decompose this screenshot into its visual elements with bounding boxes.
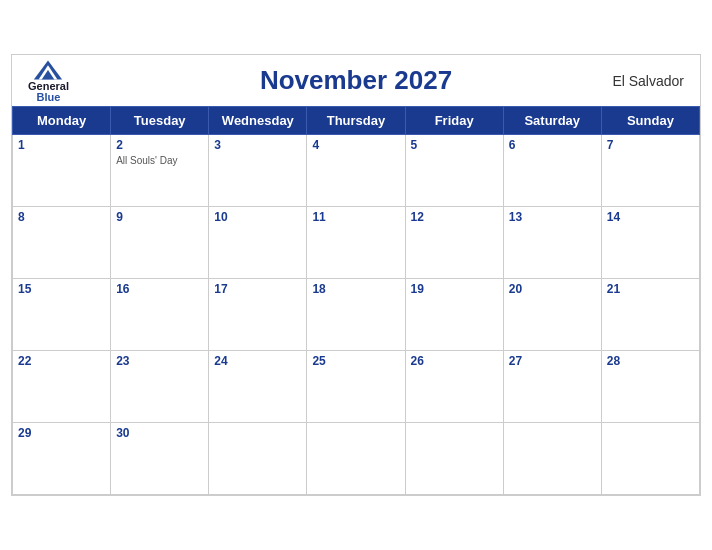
calendar-cell: 20 (503, 279, 601, 351)
calendar-cell: 23 (111, 351, 209, 423)
day-number: 10 (214, 210, 301, 224)
calendar-cell: 1 (13, 135, 111, 207)
calendar-cell (307, 423, 405, 495)
calendar-cell (209, 423, 307, 495)
day-number: 5 (411, 138, 498, 152)
day-number: 16 (116, 282, 203, 296)
calendar-cell: 5 (405, 135, 503, 207)
day-number: 14 (607, 210, 694, 224)
calendar-cell: 4 (307, 135, 405, 207)
calendar-cell: 17 (209, 279, 307, 351)
calendar-cell: 9 (111, 207, 209, 279)
day-number: 7 (607, 138, 694, 152)
weekday-header-row: MondayTuesdayWednesdayThursdayFridaySatu… (13, 107, 700, 135)
day-number: 17 (214, 282, 301, 296)
day-number: 8 (18, 210, 105, 224)
day-number: 20 (509, 282, 596, 296)
calendar-cell: 21 (601, 279, 699, 351)
day-number: 28 (607, 354, 694, 368)
day-number: 13 (509, 210, 596, 224)
calendar-cell: 29 (13, 423, 111, 495)
calendar-cell: 7 (601, 135, 699, 207)
day-number: 19 (411, 282, 498, 296)
day-number: 22 (18, 354, 105, 368)
calendar-cell: 30 (111, 423, 209, 495)
day-number: 3 (214, 138, 301, 152)
day-number: 1 (18, 138, 105, 152)
calendar-table: MondayTuesdayWednesdayThursdayFridaySatu… (12, 106, 700, 495)
day-number: 29 (18, 426, 105, 440)
weekday-header-sunday: Sunday (601, 107, 699, 135)
logo-blue-text: Blue (37, 92, 61, 103)
calendar-cell (601, 423, 699, 495)
calendar-title: November 2027 (260, 65, 452, 96)
day-number: 12 (411, 210, 498, 224)
day-number: 21 (607, 282, 694, 296)
calendar-cell: 10 (209, 207, 307, 279)
calendar-cell: 15 (13, 279, 111, 351)
holiday-label: All Souls' Day (116, 154, 203, 167)
country-label: El Salvador (612, 73, 684, 89)
weekday-header-thursday: Thursday (307, 107, 405, 135)
calendar-cell (503, 423, 601, 495)
calendar-header: General Blue November 2027 El Salvador (12, 55, 700, 106)
calendar-cell: 16 (111, 279, 209, 351)
calendar-cell: 8 (13, 207, 111, 279)
calendar-cell: 14 (601, 207, 699, 279)
day-number: 6 (509, 138, 596, 152)
day-number: 25 (312, 354, 399, 368)
weekday-header-saturday: Saturday (503, 107, 601, 135)
day-number: 24 (214, 354, 301, 368)
day-number: 11 (312, 210, 399, 224)
day-number: 2 (116, 138, 203, 152)
calendar-week-row: 2930 (13, 423, 700, 495)
calendar-week-row: 891011121314 (13, 207, 700, 279)
calendar-cell: 25 (307, 351, 405, 423)
calendar-cell: 13 (503, 207, 601, 279)
calendar-cell: 18 (307, 279, 405, 351)
day-number: 9 (116, 210, 203, 224)
weekday-header-friday: Friday (405, 107, 503, 135)
calendar-cell (405, 423, 503, 495)
weekday-header-monday: Monday (13, 107, 111, 135)
calendar-cell: 28 (601, 351, 699, 423)
weekday-header-wednesday: Wednesday (209, 107, 307, 135)
calendar-week-row: 22232425262728 (13, 351, 700, 423)
calendar-container: General Blue November 2027 El Salvador M… (11, 54, 701, 496)
day-number: 18 (312, 282, 399, 296)
calendar-cell: 12 (405, 207, 503, 279)
day-number: 4 (312, 138, 399, 152)
calendar-cell: 3 (209, 135, 307, 207)
logo-icon (32, 59, 64, 81)
calendar-week-row: 15161718192021 (13, 279, 700, 351)
calendar-cell: 22 (13, 351, 111, 423)
calendar-cell: 11 (307, 207, 405, 279)
logo: General Blue (28, 59, 69, 103)
weekday-header-tuesday: Tuesday (111, 107, 209, 135)
calendar-cell: 27 (503, 351, 601, 423)
calendar-week-row: 12All Souls' Day34567 (13, 135, 700, 207)
calendar-cell: 2All Souls' Day (111, 135, 209, 207)
day-number: 27 (509, 354, 596, 368)
calendar-cell: 24 (209, 351, 307, 423)
day-number: 15 (18, 282, 105, 296)
day-number: 30 (116, 426, 203, 440)
calendar-cell: 26 (405, 351, 503, 423)
day-number: 23 (116, 354, 203, 368)
calendar-cell: 6 (503, 135, 601, 207)
day-number: 26 (411, 354, 498, 368)
calendar-cell: 19 (405, 279, 503, 351)
